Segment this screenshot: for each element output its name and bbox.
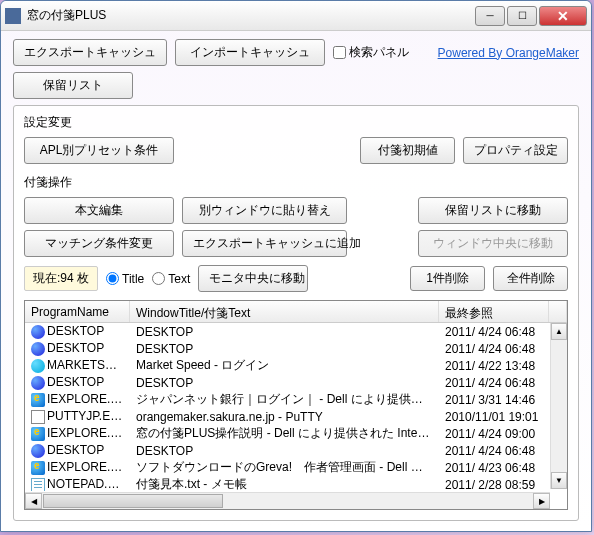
row-icon xyxy=(31,376,45,390)
window-title: 窓の付箋PLUS xyxy=(27,7,475,24)
search-panel-checkbox[interactable]: 検索パネル xyxy=(333,44,409,61)
maximize-button[interactable]: ☐ xyxy=(507,6,537,26)
row-icon xyxy=(31,461,45,475)
minimize-button[interactable]: ─ xyxy=(475,6,505,26)
delete-one-button[interactable]: 1件削除 xyxy=(410,266,485,291)
row-icon xyxy=(31,478,45,491)
title-radio[interactable]: Title xyxy=(106,272,144,286)
row-icon xyxy=(31,427,45,441)
col-spacer xyxy=(549,301,567,322)
app-icon xyxy=(5,8,21,24)
fusen-default-button[interactable]: 付箋初期値 xyxy=(360,137,455,164)
settings-title: 設定変更 xyxy=(24,114,568,131)
row-icon xyxy=(31,393,45,407)
move-hold-button[interactable]: 保留リストに移動 xyxy=(418,197,568,224)
edit-body-button[interactable]: 本文編集 xyxy=(24,197,174,224)
content-area: エクスポートキャッシュ インポートキャッシュ 検索パネル Powered By … xyxy=(1,31,591,529)
app-window: 窓の付箋PLUS ─ ☐ ✕ エクスポートキャッシュ インポートキャッシュ 検索… xyxy=(0,0,592,532)
count-status: 現在:94 枚 xyxy=(24,266,98,291)
list-body[interactable]: DESKTOPDESKTOP2011/ 4/24 06:48DESKTOPDES… xyxy=(25,323,567,491)
add-export-button[interactable]: エクスポートキャッシュに追加 xyxy=(182,230,347,257)
search-panel-check[interactable] xyxy=(333,46,346,59)
row-icon xyxy=(31,444,45,458)
delete-all-button[interactable]: 全件削除 xyxy=(493,266,568,291)
table-row[interactable]: NOTEPAD.EXE付箋見本.txt - メモ帳2011/ 2/28 08:5… xyxy=(25,476,567,491)
property-settings-button[interactable]: プロパティ設定 xyxy=(463,137,568,164)
row-icon xyxy=(31,359,45,373)
table-row[interactable]: DESKTOPDESKTOP2011/ 4/24 06:48 xyxy=(25,374,567,391)
powered-by-link[interactable]: Powered By OrangeMaker xyxy=(438,46,579,60)
table-row[interactable]: IEXPLORE.EXEソフトダウンロードのGreva! 作者管理画面 - De… xyxy=(25,459,567,476)
scroll-left-icon[interactable]: ◀ xyxy=(25,493,42,509)
horizontal-scrollbar[interactable]: ◀ ▶ xyxy=(25,492,550,509)
table-row[interactable]: DESKTOPDESKTOP2011/ 4/24 06:48 xyxy=(25,340,567,357)
table-row[interactable]: MARKETSPEE...Market Speed - ログイン2011/ 4/… xyxy=(25,357,567,374)
table-row[interactable]: IEXPLORE.EXE窓の付箋PLUS操作説明 - Dell により提供された… xyxy=(25,425,567,442)
text-radio[interactable]: Text xyxy=(152,272,190,286)
settings-panel: 設定変更 APL別プリセット条件 付箋初期値 プロパティ設定 付箋操作 本文編集… xyxy=(13,105,579,521)
hold-list-button[interactable]: 保留リスト xyxy=(13,72,133,99)
col-program[interactable]: ProgramName xyxy=(25,301,130,322)
scroll-right-icon[interactable]: ▶ xyxy=(533,493,550,509)
import-cache-button[interactable]: インポートキャッシュ xyxy=(175,39,325,66)
ops-title: 付箋操作 xyxy=(24,174,568,191)
apl-preset-button[interactable]: APL別プリセット条件 xyxy=(24,137,174,164)
scroll-down-icon[interactable]: ▼ xyxy=(551,472,567,489)
table-row[interactable]: PUTTYJP.EXEorangemaker.sakura.ne.jp - Pu… xyxy=(25,408,567,425)
vertical-scrollbar[interactable]: ▲ ▼ xyxy=(550,323,567,489)
row-icon xyxy=(31,342,45,356)
titlebar[interactable]: 窓の付箋PLUS ─ ☐ ✕ xyxy=(1,1,591,31)
table-row[interactable]: DESKTOPDESKTOP2011/ 4/24 06:48 xyxy=(25,323,567,340)
list-view[interactable]: ProgramName WindowTitle/付箋Text 最終参照 DESK… xyxy=(24,300,568,510)
monitor-center-button[interactable]: モニタ中央に移動 xyxy=(198,265,308,292)
export-cache-button[interactable]: エクスポートキャッシュ xyxy=(13,39,167,66)
scroll-thumb[interactable] xyxy=(43,494,223,508)
match-cond-button[interactable]: マッチング条件変更 xyxy=(24,230,174,257)
scroll-up-icon[interactable]: ▲ xyxy=(551,323,567,340)
table-row[interactable]: DESKTOPDESKTOP2011/ 4/24 06:48 xyxy=(25,442,567,459)
row-icon xyxy=(31,410,45,424)
row-icon xyxy=(31,325,45,339)
col-date[interactable]: 最終参照 xyxy=(439,301,549,322)
paste-other-button[interactable]: 別ウィンドウに貼り替え xyxy=(182,197,347,224)
col-title[interactable]: WindowTitle/付箋Text xyxy=(130,301,439,322)
move-center-button: ウィンドウ中央に移動 xyxy=(418,230,568,257)
list-header: ProgramName WindowTitle/付箋Text 最終参照 xyxy=(25,301,567,323)
close-button[interactable]: ✕ xyxy=(539,6,587,26)
table-row[interactable]: IEXPLORE.EXEジャパンネット銀行｜ログイン｜ - Dell により提供… xyxy=(25,391,567,408)
